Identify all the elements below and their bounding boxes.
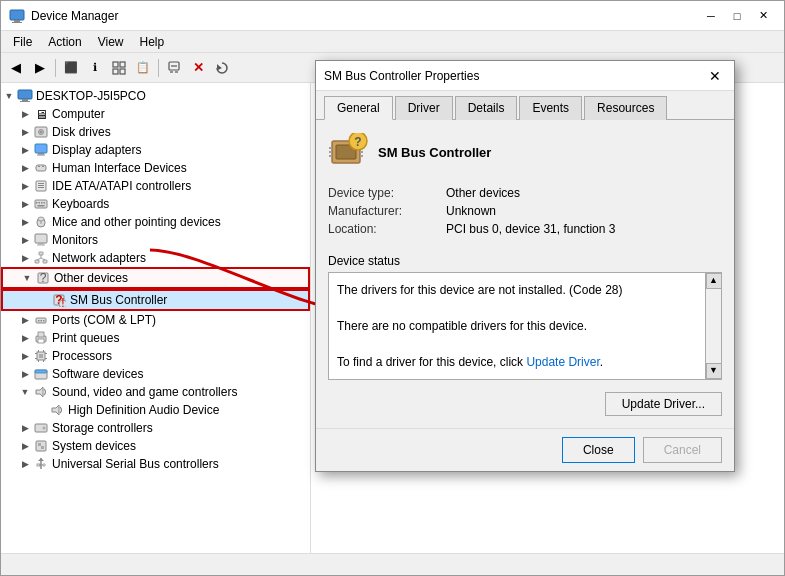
app-icon [9, 8, 25, 24]
expand-icon[interactable]: ▶ [17, 348, 33, 364]
tree-item-monitors[interactable]: ▶ Monitors [1, 231, 310, 249]
expand-icon-empty [35, 292, 51, 308]
toolbar-btn-refresh[interactable] [211, 57, 233, 79]
expand-icon[interactable]: ▶ [17, 160, 33, 176]
svg-point-75 [43, 427, 46, 430]
tree-item-ide[interactable]: ▶ IDE ATA/ATAPI controllers [1, 177, 310, 195]
tree-item-network[interactable]: ▶ Network adapters [1, 249, 310, 267]
expand-icon[interactable]: ▶ [17, 214, 33, 230]
svg-point-82 [43, 464, 45, 466]
tree-item-root[interactable]: ▼ DESKTOP-J5I5PCO [1, 87, 310, 105]
tree-item-disk[interactable]: ▶ Disk drives [1, 123, 310, 141]
expand-icon[interactable]: ▶ [17, 330, 33, 346]
svg-rect-59 [38, 339, 44, 343]
tree-item-software[interactable]: ▶ Software devices [1, 365, 310, 383]
tree-label: System devices [52, 439, 136, 453]
svg-rect-93 [360, 155, 363, 157]
dialog-body: ? SM Bus Controller Device type: Other d… [316, 120, 734, 428]
expand-icon[interactable]: ▶ [17, 106, 33, 122]
menu-action[interactable]: Action [40, 33, 89, 51]
svg-rect-56 [43, 320, 45, 322]
tree-item-mice[interactable]: ▶ Mice and other pointing devices [1, 213, 310, 231]
update-driver-button[interactable]: Update Driver... [605, 392, 722, 416]
tree-item-keyboard[interactable]: ▶ Keyboards [1, 195, 310, 213]
tree-item-system[interactable]: ▶ System devices [1, 437, 310, 455]
expand-icon[interactable]: ▶ [17, 142, 33, 158]
svg-text:!: ! [61, 296, 64, 307]
expand-icon[interactable]: ▶ [17, 232, 33, 248]
expand-icon[interactable]: ▶ [17, 420, 33, 436]
expand-icon[interactable]: ▼ [1, 88, 17, 104]
tree-item-storage[interactable]: ▶ Storage controllers [1, 419, 310, 437]
toolbar-btn-3[interactable]: ⬛ [60, 57, 82, 79]
expand-icon[interactable]: ▼ [19, 270, 35, 286]
tree-item-other-devices[interactable]: ▼ ? Other devices [1, 267, 310, 289]
cancel-button[interactable]: Cancel [643, 437, 722, 463]
device-tree[interactable]: ▼ DESKTOP-J5I5PCO ▶ Computer ▶ [1, 83, 311, 553]
tree-item-audio[interactable]: High Definition Audio Device [1, 401, 310, 419]
svg-rect-40 [37, 245, 45, 246]
back-button[interactable]: ◀ [5, 57, 27, 79]
update-driver-link[interactable]: Update Driver [526, 355, 599, 369]
status-line5: To find a driver for this device, click … [337, 355, 603, 369]
svg-rect-64 [38, 360, 39, 362]
toolbar-btn-delete[interactable]: ✕ [187, 57, 209, 79]
close-button[interactable]: Close [562, 437, 635, 463]
menu-file[interactable]: File [5, 33, 40, 51]
svg-rect-5 [113, 69, 118, 74]
statusbar [1, 553, 784, 575]
toolbar-btn-info[interactable]: ℹ [84, 57, 106, 79]
svg-rect-89 [329, 151, 332, 153]
toolbar-sep-1 [55, 59, 56, 77]
toolbar-btn-uninstall[interactable] [163, 57, 185, 79]
svg-rect-29 [35, 200, 47, 208]
close-button[interactable]: ✕ [750, 6, 776, 26]
scroll-up[interactable]: ▲ [706, 273, 722, 289]
scrollbar[interactable]: ▲ ▼ [705, 273, 721, 379]
forward-button[interactable]: ▶ [29, 57, 51, 79]
maximize-button[interactable]: □ [724, 6, 750, 26]
tree-item-computer[interactable]: ▶ Computer [1, 105, 310, 123]
svg-rect-61 [39, 354, 43, 358]
expand-icon[interactable]: ▶ [17, 124, 33, 140]
svg-rect-88 [329, 147, 332, 149]
expand-icon[interactable]: ▶ [17, 456, 33, 472]
expand-icon[interactable]: ▶ [17, 196, 33, 212]
window-title: Device Manager [31, 9, 698, 23]
tab-details[interactable]: Details [455, 96, 518, 120]
expand-icon[interactable]: ▶ [17, 312, 33, 328]
tree-item-print[interactable]: ▶ Print queues [1, 329, 310, 347]
menu-help[interactable]: Help [132, 33, 173, 51]
svg-rect-1 [14, 20, 20, 22]
tree-item-smbus[interactable]: ? ! SM Bus Controller [1, 289, 310, 311]
expand-icon[interactable]: ▼ [17, 384, 33, 400]
svg-rect-69 [45, 358, 47, 359]
expand-icon[interactable]: ▶ [17, 366, 33, 382]
tree-item-usb[interactable]: ▶ Universal Serial Bus controllers [1, 455, 310, 473]
minimize-button[interactable]: ─ [698, 6, 724, 26]
tab-driver[interactable]: Driver [395, 96, 453, 120]
scroll-down[interactable]: ▼ [706, 363, 722, 379]
status-box: The drivers for this device are not inst… [328, 272, 722, 380]
svg-rect-13 [18, 90, 32, 99]
expand-icon[interactable]: ▶ [17, 178, 33, 194]
toolbar-btn-properties[interactable]: 📋 [132, 57, 154, 79]
software-icon [33, 366, 49, 382]
dialog-close-button[interactable]: ✕ [704, 67, 726, 85]
svg-rect-90 [329, 155, 332, 157]
tree-item-processors[interactable]: ▶ Processors [1, 347, 310, 365]
tab-events[interactable]: Events [519, 96, 582, 120]
toolbar-btn-scan[interactable] [108, 57, 130, 79]
expand-icon[interactable]: ▶ [17, 250, 33, 266]
tree-item-hid[interactable]: ▶ Human Interface Devices [1, 159, 310, 177]
tab-resources[interactable]: Resources [584, 96, 667, 120]
expand-icon[interactable]: ▶ [17, 438, 33, 454]
tree-item-display[interactable]: ▶ Display adapters [1, 141, 310, 159]
display-icon [33, 142, 49, 158]
tree-item-ports[interactable]: ▶ Ports (COM & LPT) [1, 311, 310, 329]
tree-label: Processors [52, 349, 112, 363]
tree-label: Disk drives [52, 125, 111, 139]
menu-view[interactable]: View [90, 33, 132, 51]
tree-item-sound[interactable]: ▼ Sound, video and game controllers [1, 383, 310, 401]
tab-general[interactable]: General [324, 96, 393, 120]
